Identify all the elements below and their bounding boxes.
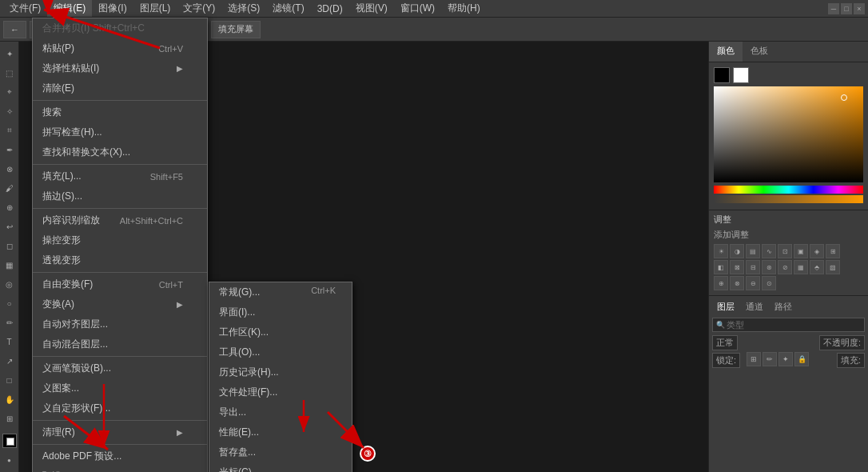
- menu-puppet[interactable]: 操控变形: [33, 230, 207, 250]
- menu-paste-special[interactable]: 选择性粘贴(I) ▶: [33, 58, 207, 78]
- brush-tool[interactable]: 🖌: [1, 179, 18, 197]
- menu-presets[interactable]: 预设 ▶: [33, 466, 207, 472]
- vibrance-icon[interactable]: ▣: [794, 244, 808, 258]
- menu-layer[interactable]: 图层(L): [133, 0, 177, 17]
- maximize-button[interactable]: □: [841, 3, 852, 14]
- hsl-icon[interactable]: ◈: [810, 244, 824, 258]
- back-button[interactable]: ←: [3, 21, 26, 38]
- menu-purge[interactable]: 清理(R) ▶: [33, 422, 207, 442]
- contrast-icon[interactable]: ◑: [730, 244, 744, 258]
- pref-scratch[interactable]: 暂存盘...: [209, 442, 352, 462]
- menu-clear[interactable]: 清除(E): [33, 78, 207, 98]
- menu-transform[interactable]: 变换(A) ▶: [33, 294, 207, 314]
- menu-define-brush[interactable]: 义画笔预设(B)...: [33, 358, 207, 378]
- menu-paste[interactable]: 粘贴(P) Ctrl+V: [33, 38, 207, 58]
- extra-icon[interactable]: ⊗: [730, 276, 744, 290]
- hand-tool[interactable]: ✋: [1, 390, 18, 408]
- select-tool[interactable]: ⬚: [1, 64, 18, 82]
- tab-color[interactable]: 颜色: [709, 42, 743, 62]
- menu-help[interactable]: 帮助(H): [441, 0, 487, 17]
- lock-transparent-icon[interactable]: ⊞: [747, 352, 761, 366]
- photo-filter-icon[interactable]: ⊠: [730, 260, 744, 274]
- pref-tools[interactable]: 工具(O)...: [209, 342, 352, 362]
- spot-heal-tool[interactable]: ⊗: [1, 160, 18, 178]
- eyedropper-tool[interactable]: ✒: [1, 141, 18, 158]
- channel-mixer-icon[interactable]: ⊟: [746, 260, 760, 274]
- pref-export[interactable]: 导出...: [209, 402, 352, 422]
- pref-cursors[interactable]: 光标(C)...: [209, 462, 352, 472]
- menu-text[interactable]: 文字(Y): [177, 0, 221, 17]
- pref-file-handling[interactable]: 文件处理(F)...: [209, 382, 352, 402]
- history-brush-tool[interactable]: ↩: [1, 218, 18, 235]
- menu-fill[interactable]: 填充(L)... Shift+F5: [33, 166, 207, 186]
- zoom-tool[interactable]: ⊞: [1, 410, 18, 427]
- tab-swatches[interactable]: 色板: [743, 42, 776, 62]
- gradient-tool[interactable]: ▦: [1, 256, 18, 274]
- tab-paths[interactable]: 路径: [770, 299, 797, 314]
- menu-perspective[interactable]: 透视变形: [33, 250, 207, 270]
- tab-layers[interactable]: 图层: [712, 299, 739, 314]
- curves-icon[interactable]: ∿: [762, 244, 776, 258]
- menu-edit[interactable]: 编辑(E): [47, 0, 92, 17]
- dodge-tool[interactable]: ○: [1, 294, 18, 312]
- blur-tool[interactable]: ◎: [1, 275, 18, 293]
- menu-content-aware[interactable]: 内容识别缩放 Alt+Shift+Ctrl+C: [33, 210, 207, 230]
- menu-findreplace[interactable]: 查找和替换文本(X)...: [33, 142, 207, 162]
- menu-spell[interactable]: 拼写检查(H)...: [33, 122, 207, 142]
- menu-view[interactable]: 视图(V): [349, 0, 394, 17]
- hue-slider[interactable]: [714, 186, 863, 194]
- exposure-icon[interactable]: ⊡: [778, 244, 792, 258]
- menu-search[interactable]: 搜索: [33, 102, 207, 122]
- menu-select[interactable]: 选择(S): [221, 0, 266, 17]
- extra-icon3[interactable]: ⊙: [762, 276, 776, 290]
- menu-file[interactable]: 文件(F): [3, 0, 47, 17]
- lock-all-icon[interactable]: 🔒: [794, 352, 809, 366]
- foreground-swatch[interactable]: [714, 67, 730, 83]
- color-gradient[interactable]: [714, 86, 863, 182]
- lasso-tool[interactable]: ⌖: [1, 83, 18, 101]
- pref-interface[interactable]: 界面(I)...: [209, 302, 352, 322]
- lock-image-icon[interactable]: ✏: [762, 352, 777, 366]
- magic-wand-tool[interactable]: ✧: [1, 102, 18, 120]
- tab-channels[interactable]: 通道: [741, 299, 768, 314]
- text-tool[interactable]: T: [1, 333, 18, 350]
- lock-position-icon[interactable]: ✦: [778, 352, 793, 366]
- menu-3d[interactable]: 3D(D): [311, 2, 349, 16]
- pref-workspace[interactable]: 工作区(K)...: [209, 322, 352, 342]
- path-select-tool[interactable]: ↗: [1, 352, 18, 370]
- menu-free-transform[interactable]: 自由变换(F) Ctrl+T: [33, 274, 207, 294]
- layers-search-input[interactable]: [727, 320, 861, 330]
- menu-auto-blend[interactable]: 自动混合图层...: [33, 334, 207, 354]
- color-balance-icon[interactable]: ⊞: [826, 244, 840, 258]
- pen-tool[interactable]: ✏: [1, 314, 18, 331]
- menu-filter[interactable]: 滤镜(T): [266, 0, 310, 17]
- move-tool[interactable]: ✦: [1, 45, 18, 62]
- clone-tool[interactable]: ⊕: [1, 198, 18, 216]
- close-button[interactable]: ×: [854, 3, 865, 14]
- posterize-icon[interactable]: ▦: [794, 260, 808, 274]
- pref-performance[interactable]: 性能(E)...: [209, 422, 352, 442]
- invert-icon[interactable]: ⊘: [778, 260, 792, 274]
- brightness-icon[interactable]: ☀: [714, 244, 728, 258]
- levels-icon[interactable]: ▤: [746, 244, 760, 258]
- selective-color-icon[interactable]: ⊕: [714, 276, 728, 290]
- crop-tool[interactable]: ⌗: [1, 122, 18, 139]
- menu-define-custom[interactable]: 义自定形状(F)...: [33, 398, 207, 418]
- foreground-color[interactable]: ●: [1, 451, 18, 469]
- menu-adobe-pdf[interactable]: Adobe PDF 预设...: [33, 446, 207, 466]
- menu-auto-align[interactable]: 自动对齐图层...: [33, 314, 207, 334]
- menu-image[interactable]: 图像(I): [92, 0, 133, 17]
- layers-search[interactable]: 🔍: [712, 318, 865, 332]
- extra-icon2[interactable]: ⊖: [746, 276, 760, 290]
- gradient-map-icon[interactable]: ▧: [826, 260, 840, 274]
- eraser-tool[interactable]: ◻: [1, 237, 18, 254]
- pref-general[interactable]: 常规(G)... Ctrl+K: [209, 282, 352, 302]
- menu-define-pattern[interactable]: 义图案...: [33, 378, 207, 398]
- menu-stroke[interactable]: 描边(S)...: [33, 186, 207, 206]
- color-lookup-icon[interactable]: ⊛: [762, 260, 776, 274]
- background-swatch[interactable]: [733, 67, 749, 83]
- minimize-button[interactable]: ─: [828, 3, 839, 14]
- opacity-slider[interactable]: [714, 195, 863, 203]
- menu-window[interactable]: 窗口(W): [394, 0, 441, 17]
- pref-history[interactable]: 历史记录(H)...: [209, 362, 352, 382]
